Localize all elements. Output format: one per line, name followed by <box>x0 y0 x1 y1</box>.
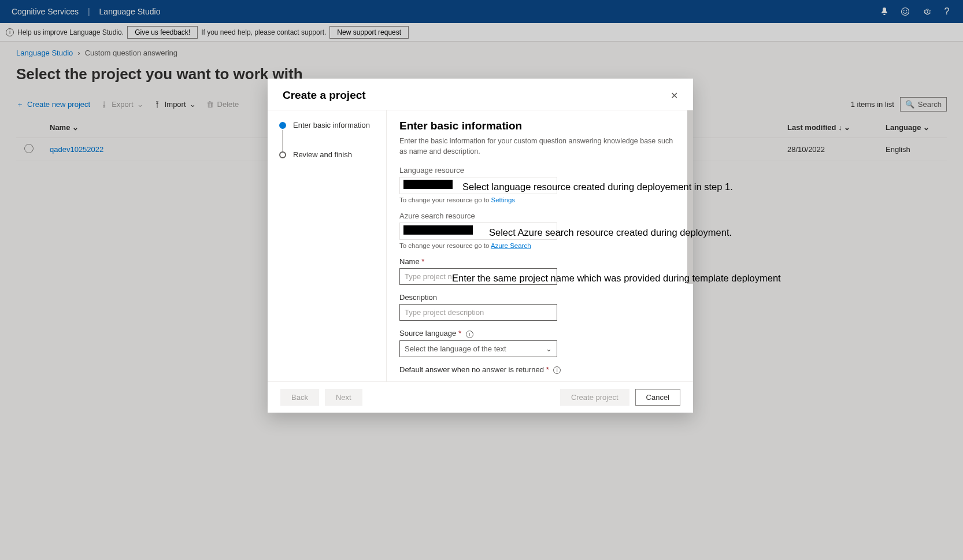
close-icon[interactable]: ✕ <box>671 90 678 101</box>
next-button[interactable]: Next <box>325 389 362 406</box>
create-project-button[interactable]: Create project <box>560 389 629 406</box>
name-label: Name * <box>399 257 680 266</box>
back-button[interactable]: Back <box>280 389 319 406</box>
annotation-project-name: Enter the same project name which was pr… <box>452 273 781 284</box>
source-language-select[interactable]: Select the language of the text ⌄ <box>399 340 557 357</box>
annotation-language-resource: Select language resource created during … <box>462 181 733 192</box>
language-resource-value <box>403 180 453 189</box>
default-answer-label: Default answer when no answer is returne… <box>399 365 680 374</box>
modal-title: Create a project <box>283 89 366 102</box>
info-icon[interactable]: i <box>466 331 473 338</box>
annotation-azure-search: Select Azure search resource created dur… <box>489 227 732 238</box>
language-resource-hint: To change your resource go to Settings <box>399 196 680 203</box>
modal-footer: Back Next Create project Cancel <box>268 381 693 413</box>
language-resource-label: Language resource <box>399 166 680 175</box>
azure-search-value <box>403 225 473 235</box>
create-project-modal: Create a project ✕ Enter basic informati… <box>268 79 693 413</box>
modal-panel: Enter basic information Enter the basic … <box>387 110 693 381</box>
source-language-label: Source language * i <box>399 329 680 338</box>
panel-description: Enter the basic information for your cus… <box>399 136 680 157</box>
step-basic-info[interactable]: Enter basic information <box>279 121 375 129</box>
step-dot-icon <box>279 122 286 129</box>
step-review[interactable]: Review and finish <box>279 150 375 159</box>
azure-search-hint: To change your resource go to Azure Sear… <box>399 242 680 249</box>
azure-search-label: Azure search resource <box>399 212 680 220</box>
settings-link[interactable]: Settings <box>491 196 516 203</box>
info-icon[interactable]: i <box>553 366 561 374</box>
cancel-button[interactable]: Cancel <box>635 389 680 406</box>
description-label: Description <box>399 293 680 302</box>
step-dot-icon <box>279 151 286 158</box>
panel-heading: Enter basic information <box>399 120 680 132</box>
project-description-input[interactable] <box>399 304 557 321</box>
scrollbar-thumb[interactable] <box>687 110 693 284</box>
modal-steps: Enter basic information Review and finis… <box>268 110 387 381</box>
step-connector <box>282 130 283 152</box>
azure-search-link[interactable]: Azure Search <box>491 242 531 249</box>
chevron-down-icon: ⌄ <box>546 344 552 353</box>
